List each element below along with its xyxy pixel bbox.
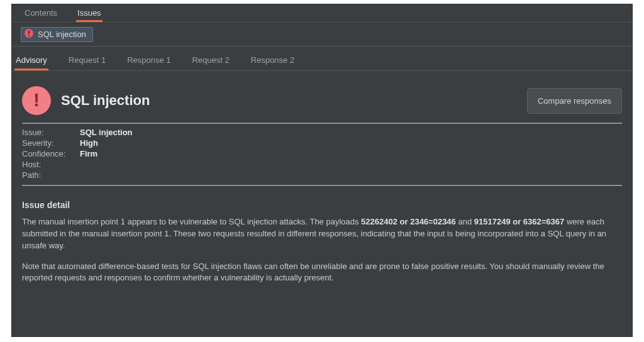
tab-response-2[interactable]: Response 2 xyxy=(250,55,296,70)
tab-advisory[interactable]: Advisory xyxy=(14,55,48,70)
issue-title: SQL injection xyxy=(61,92,150,109)
issue-metadata: Issue: SQL injection Severity: High Conf… xyxy=(22,124,622,185)
issue-chip-bar: SQL injection xyxy=(12,23,632,47)
meta-val-host xyxy=(80,160,622,169)
svg-rect-1 xyxy=(28,31,30,35)
tab-request-2[interactable]: Request 2 xyxy=(191,55,231,70)
meta-key-confidence: Confidence: xyxy=(22,149,80,158)
alert-icon xyxy=(24,28,34,40)
issue-detail-paragraph: Note that automated difference-based tes… xyxy=(22,261,622,285)
issue-viewer-panel: Contents Issues SQL injection Advisory R… xyxy=(11,4,633,337)
title-left: ! SQL injection xyxy=(22,86,150,115)
meta-key-path: Path: xyxy=(22,170,80,180)
meta-val-issue: SQL injection xyxy=(80,128,622,137)
issue-detail-body: The manual insertion point 1 appears to … xyxy=(22,216,622,293)
meta-key-host: Host: xyxy=(22,160,80,169)
tab-contents[interactable]: Contents xyxy=(23,7,58,22)
meta-val-path xyxy=(80,170,622,180)
meta-key-severity: Severity: xyxy=(22,138,80,148)
tab-request-1[interactable]: Request 1 xyxy=(67,55,107,70)
meta-val-severity: High xyxy=(80,138,622,148)
meta-val-confidence: Firm xyxy=(80,149,622,158)
issue-chip-label: SQL injection xyxy=(38,30,86,39)
issue-chip[interactable]: SQL injection xyxy=(21,27,93,42)
svg-rect-2 xyxy=(28,35,30,36)
primary-tabs: Contents Issues xyxy=(12,4,632,23)
detail-tabs: Advisory Request 1 Response 1 Request 2 … xyxy=(12,47,632,71)
tab-response-1[interactable]: Response 1 xyxy=(126,55,172,70)
advisory-body: ! SQL injection Compare responses Issue:… xyxy=(12,71,632,336)
issue-detail-paragraph: The manual insertion point 1 appears to … xyxy=(22,216,622,252)
payload-1: 52262402 or 2346=02346 xyxy=(361,217,456,226)
title-row: ! SQL injection Compare responses xyxy=(22,86,622,123)
separator xyxy=(22,185,622,186)
meta-key-issue: Issue: xyxy=(22,128,80,137)
tab-issues[interactable]: Issues xyxy=(76,7,103,22)
compare-responses-button[interactable]: Compare responses xyxy=(527,88,622,114)
issue-detail-heading: Issue detail xyxy=(22,200,622,210)
payload-2: 91517249 or 6362=6367 xyxy=(474,217,565,226)
severity-icon: ! xyxy=(22,86,51,115)
